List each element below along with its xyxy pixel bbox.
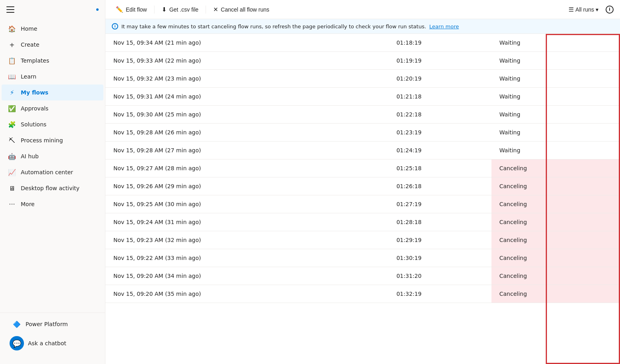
run-duration: 01:23:19: [388, 124, 491, 142]
cancel-all-runs-button[interactable]: ✕ Cancel all flow runs: [209, 4, 273, 16]
sidebar-item-more-label: More: [21, 201, 35, 207]
run-duration: 01:26:18: [388, 177, 491, 195]
edit-flow-button[interactable]: ✏️ Edit flow: [112, 4, 151, 16]
table-row[interactable]: Nov 15, 09:33 AM (22 min ago)01:19:19Wai…: [105, 52, 620, 70]
run-duration: 01:25:18: [388, 159, 491, 177]
home-icon: 🏠: [8, 25, 16, 33]
run-duration: 01:29:19: [388, 231, 491, 249]
table-row[interactable]: Nov 15, 09:20 AM (35 min ago)01:32:19Can…: [105, 285, 620, 303]
run-status: Waiting: [491, 34, 620, 52]
run-duration: 01:18:19: [388, 34, 491, 52]
sidebar-item-templates-label: Templates: [21, 57, 49, 64]
sidebar-item-solutions-label: Solutions: [21, 121, 46, 128]
sidebar-item-approvals[interactable]: ✅ Approvals: [2, 100, 103, 116]
process-mining-icon: ⛏: [8, 136, 16, 144]
toolbar-info-icon[interactable]: i: [606, 6, 614, 14]
hamburger-menu-icon[interactable]: [6, 6, 14, 14]
chatbot-button[interactable]: 💬 Ask a chatbot: [5, 332, 100, 354]
sidebar-item-my-flows-label: My flows: [21, 89, 48, 96]
chatbot-label: Ask a chatbot: [28, 340, 66, 346]
run-status: Waiting: [491, 70, 620, 88]
runs-table-container: Nov 15, 09:34 AM (21 min ago)01:18:19Wai…: [105, 34, 620, 364]
all-runs-button[interactable]: ☰ All runs ▾: [565, 4, 602, 16]
sidebar-item-automation-center[interactable]: 📈 Automation center: [2, 164, 103, 180]
table-row[interactable]: Nov 15, 09:27 AM (28 min ago)01:25:18Can…: [105, 159, 620, 177]
sidebar-item-more[interactable]: ··· More: [2, 196, 103, 212]
table-row[interactable]: Nov 15, 09:24 AM (31 min ago)01:28:18Can…: [105, 213, 620, 231]
automation-center-icon: 📈: [8, 168, 16, 176]
run-date: Nov 15, 09:33 AM (22 min ago): [105, 52, 388, 70]
run-duration: 01:30:19: [388, 249, 491, 267]
run-duration: 01:21:18: [388, 88, 491, 106]
learn-more-link[interactable]: Learn more: [429, 24, 459, 30]
run-status: Waiting: [491, 124, 620, 142]
sidebar-item-power-platform[interactable]: 🔷 Power Platform: [6, 316, 99, 332]
sidebar-item-desktop-flow-activity[interactable]: 🖥 Desktop flow activity: [2, 180, 103, 196]
run-duration: 01:27:19: [388, 195, 491, 213]
toolbar-divider-1: [154, 6, 155, 14]
sidebar-item-desktop-flow-activity-label: Desktop flow activity: [21, 185, 79, 191]
run-duration: 01:22:18: [388, 106, 491, 124]
sidebar-item-solutions[interactable]: 🧩 Solutions: [2, 116, 103, 132]
sidebar-dot-indicator: [96, 8, 99, 11]
table-row[interactable]: Nov 15, 09:22 AM (33 min ago)01:30:19Can…: [105, 249, 620, 267]
run-status: Canceling: [491, 195, 620, 213]
create-icon: +: [8, 41, 16, 49]
download-icon: ⬇: [162, 6, 167, 13]
edit-flow-label: Edit flow: [126, 6, 147, 13]
sidebar-item-home-label: Home: [21, 26, 37, 32]
run-status: Waiting: [491, 142, 620, 159]
run-status: Canceling: [491, 159, 620, 177]
run-date: Nov 15, 09:30 AM (25 min ago): [105, 106, 388, 124]
main-content: ✏️ Edit flow ⬇ Get .csv file ✕ Cancel al…: [105, 0, 620, 364]
sidebar-item-ai-hub[interactable]: 🤖 AI hub: [2, 148, 103, 164]
run-date: Nov 15, 09:24 AM (31 min ago): [105, 213, 388, 231]
table-row[interactable]: Nov 15, 09:31 AM (24 min ago)01:21:18Wai…: [105, 88, 620, 106]
run-status: Waiting: [491, 52, 620, 70]
run-date: Nov 15, 09:25 AM (30 min ago): [105, 195, 388, 213]
sidebar-item-process-mining[interactable]: ⛏ Process mining: [2, 132, 103, 148]
run-status: Canceling: [491, 267, 620, 285]
table-row[interactable]: Nov 15, 09:30 AM (25 min ago)01:22:18Wai…: [105, 106, 620, 124]
sidebar-header: [0, 0, 105, 19]
get-csv-button[interactable]: ⬇ Get .csv file: [158, 4, 202, 16]
sidebar-item-templates[interactable]: 📋 Templates: [2, 53, 103, 69]
table-row[interactable]: Nov 15, 09:20 AM (34 min ago)01:31:20Can…: [105, 267, 620, 285]
run-status: Canceling: [491, 249, 620, 267]
sidebar-item-create[interactable]: + Create: [2, 37, 103, 53]
run-status: Waiting: [491, 88, 620, 106]
chevron-down-icon: ▾: [596, 6, 598, 13]
run-date: Nov 15, 09:22 AM (33 min ago): [105, 249, 388, 267]
solutions-icon: 🧩: [8, 120, 16, 128]
run-date: Nov 15, 09:31 AM (24 min ago): [105, 88, 388, 106]
table-row[interactable]: Nov 15, 09:32 AM (23 min ago)01:20:19Wai…: [105, 70, 620, 88]
more-icon: ···: [8, 200, 16, 208]
sidebar-item-ai-hub-label: AI hub: [21, 153, 39, 159]
run-status: Canceling: [491, 177, 620, 195]
toolbar: ✏️ Edit flow ⬇ Get .csv file ✕ Cancel al…: [105, 0, 620, 19]
sidebar-bottom: 🔷 Power Platform 💬 Ask a chatbot: [0, 313, 105, 358]
edit-icon: ✏️: [116, 6, 123, 13]
sidebar-item-home[interactable]: 🏠 Home: [2, 21, 103, 37]
sidebar-item-process-mining-label: Process mining: [21, 137, 63, 144]
chatbot-icon: 💬: [10, 336, 24, 350]
desktop-flow-activity-icon: 🖥: [8, 184, 16, 192]
table-row[interactable]: Nov 15, 09:25 AM (30 min ago)01:27:19Can…: [105, 195, 620, 213]
run-status: Canceling: [491, 231, 620, 249]
table-row[interactable]: Nov 15, 09:23 AM (32 min ago)01:29:19Can…: [105, 231, 620, 249]
sidebar-item-learn[interactable]: 📖 Learn: [2, 69, 103, 85]
table-row[interactable]: Nov 15, 09:34 AM (21 min ago)01:18:19Wai…: [105, 34, 620, 52]
run-date: Nov 15, 09:28 AM (27 min ago): [105, 142, 388, 159]
cancel-icon: ✕: [213, 6, 218, 13]
table-row[interactable]: Nov 15, 09:28 AM (27 min ago)01:24:19Wai…: [105, 142, 620, 159]
table-row[interactable]: Nov 15, 09:28 AM (26 min ago)01:23:19Wai…: [105, 124, 620, 142]
table-row[interactable]: Nov 15, 09:26 AM (29 min ago)01:26:18Can…: [105, 177, 620, 195]
run-duration: 01:20:19: [388, 70, 491, 88]
run-date: Nov 15, 09:27 AM (28 min ago): [105, 159, 388, 177]
run-duration: 01:31:20: [388, 267, 491, 285]
run-date: Nov 15, 09:32 AM (23 min ago): [105, 70, 388, 88]
run-duration: 01:19:19: [388, 52, 491, 70]
info-banner: i It may take a few minutes to start can…: [105, 19, 620, 34]
filter-icon: ☰: [568, 6, 574, 13]
sidebar-item-my-flows[interactable]: ⚡ My flows: [2, 85, 103, 100]
